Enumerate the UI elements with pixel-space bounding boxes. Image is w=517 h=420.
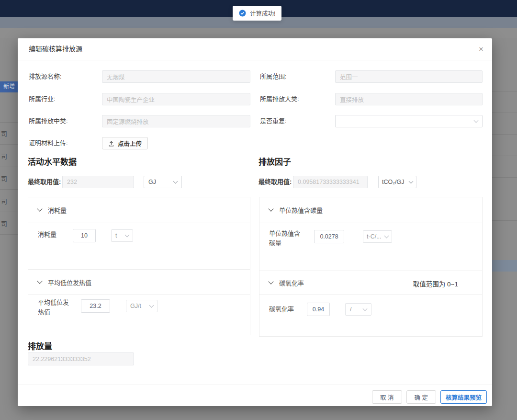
panel-title: 单位热值含碳量 <box>279 205 323 215</box>
consumption-label: 消耗量 <box>38 230 56 239</box>
success-toast: 计算成功! <box>233 6 281 21</box>
factor-unit-value: tCO₂/GJ <box>382 179 405 185</box>
dimmed-content-band <box>0 28 517 38</box>
collapse-chevron-icon <box>37 206 42 211</box>
dialog-title: 编辑碳核算排放源 <box>29 38 82 60</box>
panel-header-heating-value[interactable]: 平均低位发热值 <box>28 269 250 295</box>
dialog-footer: 取 消 确 定 核算结果预览 <box>372 390 487 404</box>
factor-section-title: 排放因子 <box>258 155 291 167</box>
table-row <box>492 134 517 156</box>
result-preview-button[interactable]: 核算结果预览 <box>440 390 487 404</box>
close-icon[interactable]: × <box>475 44 487 55</box>
upload-icon <box>108 140 114 147</box>
table-row: 司 <box>0 190 18 212</box>
cancel-button[interactable]: 取 消 <box>372 390 402 404</box>
factor-final-input <box>293 176 368 188</box>
check-circle-icon <box>239 10 246 17</box>
major-category-label: 所属排放大类: <box>260 93 299 105</box>
selected-row-fragment <box>492 260 517 272</box>
table-row <box>492 199 517 220</box>
duplicate-select[interactable] <box>335 115 483 127</box>
chevron-down-icon <box>474 118 479 123</box>
chevron-down-icon <box>363 306 368 311</box>
panel-body: 碳氧化率 / <box>259 295 482 337</box>
chevron-down-icon <box>173 179 178 183</box>
background-table-right <box>492 91 517 242</box>
heating-value-unit: GJ/t <box>130 303 141 309</box>
table-row <box>492 91 517 113</box>
duplicate-label: 是否重复: <box>260 115 287 127</box>
chevron-down-icon <box>384 233 389 238</box>
chevron-down-icon <box>149 303 154 307</box>
activity-unit-select[interactable]: GJ <box>144 176 182 188</box>
panel-body: 平均低位发热值 GJ/t <box>28 295 250 335</box>
panel-body: 单位热值含碳量 t-C/... <box>259 223 482 271</box>
panel-title: 碳氧化率 <box>279 278 304 287</box>
activity-final-label: 最终取用值: <box>28 176 61 188</box>
upload-button[interactable]: 点击上传 <box>102 137 148 149</box>
table-row <box>492 220 517 242</box>
factor-unit-select[interactable]: tCO₂/GJ <box>378 176 416 188</box>
panel-header-oxidation-rate[interactable]: 碳氧化率 取值范围为 0~1 <box>259 271 482 295</box>
emission-section-title: 排放量 <box>28 340 52 352</box>
heating-value-label: 平均低位发热值 <box>38 298 72 317</box>
panel-body: 消耗量 t <box>28 223 250 269</box>
industry-input <box>102 93 250 105</box>
table-row <box>492 113 517 134</box>
major-category-input <box>335 93 483 105</box>
table-row: 司 <box>0 167 18 190</box>
oxidation-rate-unit-select: / <box>345 303 371 316</box>
panel-header-consumption[interactable]: 消耗量 <box>28 197 250 223</box>
edit-emission-source-dialog: 编辑碳核算排放源 × 排放源名称: 所属范围: 所属行业: 所属排放大类: 所属… <box>18 38 492 406</box>
activity-panels: 消耗量 消耗量 t 平均低位发热值 平均低位发热值 GJ/t <box>28 197 250 335</box>
source-name-input <box>102 70 250 83</box>
panel-title: 平均低位发热值 <box>48 278 91 287</box>
carbon-content-unit-select: t-C/... <box>363 230 392 243</box>
panel-title: 消耗量 <box>48 205 67 215</box>
upload-button-label: 点击上传 <box>118 139 142 148</box>
scope-input <box>335 70 483 83</box>
oxidation-rate-label: 碳氧化率 <box>269 305 294 314</box>
footer-divider <box>18 385 492 385</box>
consumption-unit-select: t <box>111 229 133 242</box>
table-row <box>492 156 517 177</box>
toast-message: 计算成功! <box>250 9 275 18</box>
table-row: 司 <box>0 122 18 145</box>
heating-value-unit-select: GJ/t <box>126 300 157 312</box>
table-row: 司 <box>0 145 18 167</box>
chevron-down-icon <box>409 179 414 183</box>
collapse-chevron-icon <box>37 278 42 284</box>
consumption-input[interactable] <box>73 229 96 242</box>
heating-value-input[interactable] <box>81 299 110 313</box>
oxidation-rate-unit: / <box>350 306 351 313</box>
background-table-left: 司 司 司 司 司 <box>0 122 18 235</box>
consumption-unit-value: t <box>115 232 117 239</box>
factor-panels: 单位热值含碳量 单位热值含碳量 t-C/... 碳氧化率 取值范围为 0~1 碳… <box>259 197 483 337</box>
carbon-content-label: 单位热值含碳量 <box>269 229 303 248</box>
activity-unit-value: GJ <box>148 179 156 185</box>
scope-label: 所属范围: <box>260 70 287 83</box>
collapse-chevron-icon <box>268 279 273 284</box>
carbon-content-unit: t-C/... <box>367 233 382 240</box>
industry-label: 所属行业: <box>29 93 56 105</box>
mid-category-label: 所属排放中类: <box>29 115 68 127</box>
screen: 新增 司 司 司 司 司 计算成功! 编辑碳核算排放源 × 排放源名称: <box>0 0 517 420</box>
panel-header-carbon-content[interactable]: 单位热值含碳量 <box>259 197 482 223</box>
upload-label: 证明材料上传: <box>29 137 68 149</box>
activity-final-input <box>62 176 134 188</box>
mid-category-input <box>102 115 250 127</box>
carbon-content-input[interactable] <box>314 230 344 243</box>
emission-amount-input <box>28 352 134 365</box>
add-button-background: 新增 <box>0 81 18 92</box>
table-row <box>492 177 517 199</box>
chevron-down-icon <box>125 232 130 237</box>
table-row: 司 <box>0 212 18 235</box>
collapse-chevron-icon <box>268 206 273 211</box>
source-name-label: 排放源名称: <box>29 70 62 83</box>
oxidation-rate-input[interactable] <box>307 303 330 316</box>
header-divider <box>18 60 492 60</box>
confirm-button[interactable]: 确 定 <box>406 390 436 404</box>
factor-final-label: 最终取用值: <box>258 176 292 188</box>
activity-section-title: 活动水平数据 <box>28 155 77 167</box>
range-hint: 取值范围为 0~1 <box>413 279 458 288</box>
